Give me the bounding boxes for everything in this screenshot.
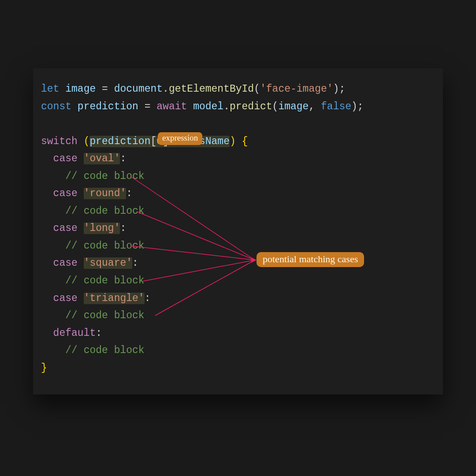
str-face-image: 'face-image': [260, 83, 333, 95]
keyword-switch: switch: [41, 136, 78, 147]
keyword-case: case: [53, 153, 78, 164]
kw-false: false: [321, 101, 351, 112]
fn-predict: predict: [230, 101, 272, 112]
obj-model: model: [193, 101, 223, 112]
keyword-default: default: [53, 327, 96, 339]
case-oval: 'oval': [84, 153, 120, 164]
keyword-await: await: [156, 101, 187, 112]
annotation-expression: expression: [158, 132, 202, 145]
annotation-potential-matching: potential matching cases: [257, 252, 364, 267]
case-long: 'long': [84, 223, 120, 234]
code-editor-panel: let image = document.getElementById('fac…: [33, 68, 443, 394]
obj-document: document: [114, 83, 163, 95]
case-triangle: 'triangle': [84, 293, 145, 304]
case-round: 'round': [84, 188, 126, 199]
case-square: 'square': [84, 257, 132, 269]
var-prediction: prediction: [78, 101, 138, 112]
keyword-const: const: [41, 101, 71, 112]
comment-code-block: // code block: [65, 171, 144, 182]
keyword-let: let: [41, 83, 59, 95]
code-block[interactable]: let image = document.getElementById('fac…: [41, 81, 435, 377]
fn-getElementById: getElementById: [169, 83, 254, 95]
var-image: image: [65, 83, 96, 95]
